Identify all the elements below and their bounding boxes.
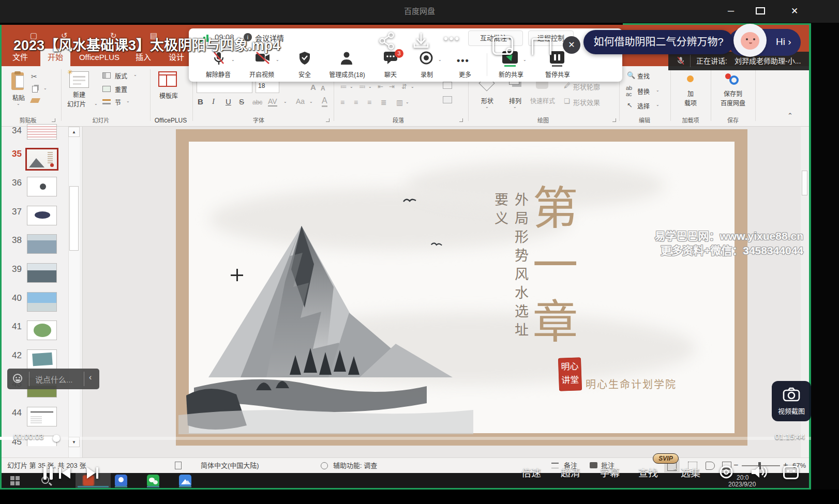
- manage-members-button[interactable]: 管理成员(18): [322, 70, 372, 79]
- align-center-icon[interactable]: ≡: [354, 98, 358, 106]
- assistant-label[interactable]: Hi ›: [776, 36, 791, 48]
- scroll-up-button[interactable]: ▲: [68, 127, 80, 137]
- select-icon[interactable]: ↖: [627, 101, 633, 109]
- next-button[interactable]: [86, 466, 99, 480]
- save-to-netdisk-line2[interactable]: 百度网盘: [718, 98, 748, 107]
- windows-start-icon[interactable]: [10, 476, 20, 485]
- align-right-icon[interactable]: ≡: [367, 98, 371, 106]
- pause-button[interactable]: [43, 466, 54, 480]
- collapse-chat-icon[interactable]: ‹: [89, 373, 92, 382]
- more-button[interactable]: 更多: [451, 70, 480, 79]
- drawing-dialog-launcher[interactable]: [612, 118, 616, 122]
- video-screenshot-button[interactable]: 视频截图: [772, 381, 811, 421]
- replace-chevron-icon[interactable]: ⌄: [656, 88, 660, 93]
- assistant-avatar[interactable]: [733, 24, 767, 57]
- text-direction-icon[interactable]: [443, 82, 452, 89]
- emoji-icon[interactable]: [13, 374, 22, 383]
- close-button[interactable]: ✕: [787, 5, 802, 18]
- clipboard-dialog-launcher[interactable]: [52, 118, 55, 122]
- slide-number[interactable]: 42: [4, 350, 22, 361]
- reset-icon[interactable]: [102, 86, 111, 92]
- wechat-taskbar-icon[interactable]: [147, 475, 159, 487]
- addins-button[interactable]: 加: [682, 89, 699, 98]
- share-chevron-icon[interactable]: ⌄: [523, 57, 527, 62]
- slide-number-current[interactable]: 35: [4, 149, 22, 159]
- template-library-icon[interactable]: [158, 71, 177, 87]
- slide-thumbnail[interactable]: [27, 206, 57, 225]
- layout-icon[interactable]: [102, 72, 111, 79]
- bold-button[interactable]: B: [198, 97, 203, 106]
- template-library-button[interactable]: 模板库: [153, 91, 184, 100]
- section-button[interactable]: 节: [115, 98, 121, 106]
- spellcheck-icon[interactable]: [175, 462, 182, 469]
- font-color-button[interactable]: A: [322, 96, 327, 107]
- danmaku-input[interactable]: 说点什么... ‹: [7, 369, 99, 389]
- slide-thumbnail[interactable]: [27, 124, 57, 140]
- font-name-field[interactable]: [197, 81, 252, 93]
- char-spacing-button[interactable]: AV: [268, 97, 277, 106]
- char-spacing-chevron-icon[interactable]: ⌄: [283, 99, 287, 104]
- find-in-video-button[interactable]: 查找: [638, 465, 658, 479]
- shape-outline-icon[interactable]: 🖉: [564, 82, 571, 89]
- maximize-button[interactable]: [756, 7, 765, 14]
- settings-icon[interactable]: [719, 465, 733, 479]
- align-left-icon[interactable]: ≡: [340, 98, 344, 106]
- record-icon[interactable]: [420, 51, 433, 65]
- format-painter-icon[interactable]: [30, 98, 40, 103]
- change-case-chevron-icon[interactable]: ⌄: [309, 99, 313, 104]
- shape-effects-icon[interactable]: ❏: [564, 97, 570, 105]
- arrange-button[interactable]: 排列: [504, 96, 527, 105]
- start-video-button[interactable]: 开启视频: [245, 70, 279, 79]
- scrollbar-thumb[interactable]: [69, 186, 79, 251]
- underline-button[interactable]: U: [226, 97, 231, 106]
- section-chevron-icon[interactable]: ⌄: [126, 99, 130, 103]
- slide-number[interactable]: 38: [4, 235, 22, 246]
- progress-handle[interactable]: [53, 435, 60, 442]
- members-icon[interactable]: [340, 51, 353, 65]
- record-button[interactable]: 录制: [412, 70, 441, 79]
- line-spacing-icon[interactable]: ⇵: [401, 83, 407, 90]
- mic-chevron-icon[interactable]: ⌄: [231, 57, 235, 62]
- slide-number[interactable]: 37: [4, 207, 22, 217]
- strikethrough-button[interactable]: S: [239, 97, 244, 106]
- new-slide-button-line2[interactable]: 幻灯片: [60, 99, 93, 108]
- new-share-button[interactable]: 新的共享: [493, 70, 529, 79]
- flag-tool-icon[interactable]: [532, 38, 551, 56]
- save-to-netdisk-button[interactable]: 保存到: [721, 89, 745, 98]
- justify-icon[interactable]: ≣: [381, 98, 387, 106]
- paste-chevron-icon[interactable]: ⌄: [17, 101, 20, 106]
- grow-font-icon[interactable]: A: [310, 83, 316, 91]
- copy-icon[interactable]: [32, 86, 38, 93]
- change-case-button[interactable]: Aa: [296, 97, 305, 105]
- slide-thumbnail[interactable]: [27, 407, 57, 426]
- device-cast-icon[interactable]: [783, 466, 799, 479]
- paste-icon[interactable]: [10, 71, 26, 91]
- italic-button[interactable]: I: [212, 97, 215, 106]
- smartart-icon[interactable]: [443, 96, 452, 103]
- select-chevron-icon[interactable]: ⌄: [656, 102, 660, 107]
- select-button[interactable]: 选择: [637, 101, 650, 110]
- shrink-font-icon[interactable]: A: [321, 85, 325, 92]
- numbering-icon[interactable]: ≕: [359, 83, 366, 90]
- paragraph-dialog-launcher[interactable]: [459, 118, 463, 122]
- previous-button[interactable]: [58, 466, 71, 480]
- find-button[interactable]: 查找: [637, 71, 650, 80]
- slide-number[interactable]: 36: [4, 178, 22, 188]
- episodes-button[interactable]: 选集: [681, 465, 700, 479]
- share-icon[interactable]: [379, 32, 395, 50]
- more-options-icon[interactable]: •••: [444, 32, 460, 45]
- font-size-field[interactable]: 18: [256, 81, 279, 93]
- reset-button[interactable]: 重置: [115, 85, 127, 94]
- slide-number[interactable]: 41: [4, 322, 22, 332]
- editor-scrollbar-thumb[interactable]: [802, 171, 807, 195]
- progress-track[interactable]: [0, 437, 811, 440]
- record-chevron-icon[interactable]: ⌄: [438, 57, 442, 62]
- slide-thumbnail[interactable]: [27, 263, 57, 283]
- download-icon[interactable]: [413, 32, 429, 50]
- quality-button[interactable]: 超清: [561, 465, 580, 479]
- slide-thumbnail[interactable]: [27, 234, 57, 254]
- slide-thumbnail[interactable]: [27, 320, 57, 340]
- taskbar-app-icon[interactable]: [179, 475, 191, 487]
- accessibility-status[interactable]: 辅助功能: 调查: [333, 458, 377, 474]
- paste-button[interactable]: 粘贴: [7, 93, 30, 102]
